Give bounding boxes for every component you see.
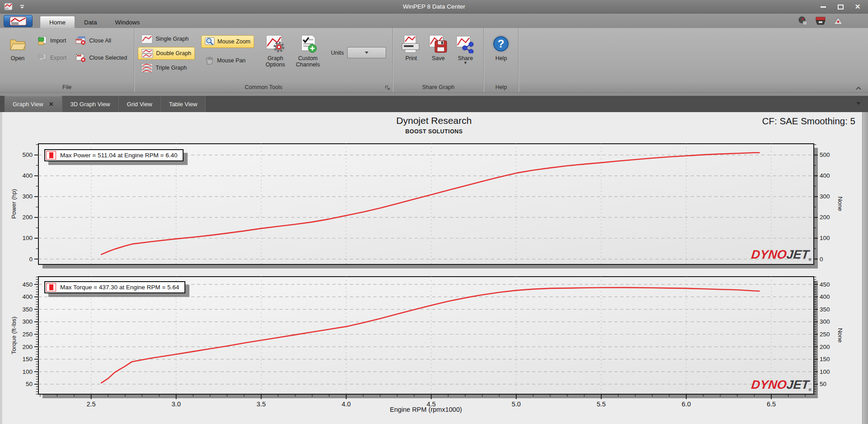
close-button[interactable]: ✕ xyxy=(851,2,864,12)
import-button[interactable]: Import xyxy=(34,34,70,47)
print-button[interactable]: Print xyxy=(398,32,424,61)
maximize-button[interactable] xyxy=(834,2,847,12)
device-gauge-icon[interactable] xyxy=(798,16,808,25)
svg-text:200: 200 xyxy=(22,214,33,221)
tab-home[interactable]: Home xyxy=(40,16,75,28)
svg-text:400: 400 xyxy=(820,172,830,179)
power-series-swatch-icon xyxy=(46,151,56,160)
tab-table-view[interactable]: Table View xyxy=(161,96,206,112)
svg-text:250: 250 xyxy=(22,331,33,338)
warning-triangle-icon[interactable] xyxy=(833,16,843,25)
minimize-icon xyxy=(821,6,826,8)
tab-windows[interactable]: Windows xyxy=(106,16,149,28)
file-group-label: File xyxy=(0,83,134,92)
export-csv-icon xyxy=(38,53,47,62)
mouse-pan-button[interactable]: Mouse Pan xyxy=(201,54,254,67)
svg-text:?: ? xyxy=(498,38,505,50)
help-button[interactable]: ? Help xyxy=(490,32,512,61)
ribbon-group-file: Open Import Export Close All xyxy=(0,28,134,92)
svg-text:200: 200 xyxy=(22,344,33,350)
tab-3d-graph-view[interactable]: 3D Graph View xyxy=(62,96,119,112)
graph-view-content: Dynojet Research BOOST SOLUTIONS CF: SAE… xyxy=(0,112,868,424)
torque-chart-plot[interactable]: 5050100100150150200200250250300300350350… xyxy=(0,271,868,424)
double-graph-button[interactable]: Double Graph xyxy=(138,47,195,60)
save-icon xyxy=(428,33,448,55)
app-window: WinPEP 8 Data Center ✕ Home Data Windows xyxy=(0,0,868,424)
power-chart-plot[interactable]: 00100100200200300300400400500500 xyxy=(0,112,868,271)
mouse-zoom-button[interactable]: Mouse Zoom xyxy=(201,35,254,48)
svg-text:300: 300 xyxy=(22,193,33,200)
ribbon-content-divider xyxy=(0,93,868,96)
dialog-launcher-icon[interactable] xyxy=(385,85,391,91)
svg-text:2.5: 2.5 xyxy=(87,400,96,408)
tab-close-icon[interactable]: ✕ xyxy=(49,101,54,108)
power-y-axis-label: Power (hp) xyxy=(10,189,17,219)
svg-text:100: 100 xyxy=(820,235,830,241)
svg-text:200: 200 xyxy=(820,214,830,221)
double-graph-icon xyxy=(142,49,153,58)
share-icon xyxy=(455,33,476,55)
dyno-device-icon[interactable] xyxy=(815,16,826,25)
open-button[interactable]: Open xyxy=(4,32,32,61)
svg-text:0: 0 xyxy=(29,256,33,263)
export-button: Export xyxy=(34,52,70,64)
tabstrip-menu-icon[interactable] xyxy=(856,102,861,105)
common-tools-group-label: Common Tools xyxy=(134,83,392,92)
ribbon-collapse-icon[interactable] xyxy=(855,86,862,91)
triple-graph-button[interactable]: Triple Graph xyxy=(138,61,195,74)
save-button[interactable]: Share Save xyxy=(426,32,450,61)
torque-right-axis-label: None xyxy=(837,328,844,343)
share-button[interactable]: Share ▼ xyxy=(453,32,478,64)
svg-text:200: 200 xyxy=(820,344,830,350)
vertical-scrollbar[interactable] xyxy=(862,112,868,424)
svg-text:100: 100 xyxy=(820,368,830,375)
svg-text:300: 300 xyxy=(22,318,33,325)
svg-text:450: 450 xyxy=(22,281,33,288)
help-group-label: Help xyxy=(484,83,518,92)
minimize-button[interactable] xyxy=(816,2,830,12)
close-icon: ✕ xyxy=(855,3,861,11)
power-legend[interactable]: Max Power = 511.04 at Engine RPM = 6.40 xyxy=(44,149,184,161)
titlebar: WinPEP 8 Data Center ✕ xyxy=(0,0,868,14)
svg-text:3.0: 3.0 xyxy=(172,400,181,408)
mouse-pan-icon xyxy=(204,56,214,65)
share-graph-group-label: Share Graph xyxy=(393,83,483,92)
x-axis-label: Engine RPM (rpmx1000) xyxy=(390,406,462,413)
winpep-logo-icon xyxy=(9,16,27,26)
ribbon: Open Import Export Close All xyxy=(0,28,868,93)
tab-graph-view[interactable]: Graph View ✕ xyxy=(5,96,62,112)
ribbon-spacer xyxy=(519,28,868,92)
svg-text:100: 100 xyxy=(22,368,33,375)
svg-text:4.0: 4.0 xyxy=(342,400,351,408)
tab-data[interactable]: Data xyxy=(75,16,106,28)
svg-text:6.0: 6.0 xyxy=(682,400,691,408)
dropdown-arrow-icon xyxy=(365,52,368,54)
torque-legend[interactable]: Max Torque = 437.30 at Engine RPM = 5.64 xyxy=(44,281,185,293)
svg-text:500: 500 xyxy=(22,151,33,158)
close-selected-button[interactable]: Close Selected xyxy=(72,52,130,64)
power-legend-text: Max Power = 511.04 at Engine RPM = 6.40 xyxy=(60,152,177,159)
ribbon-group-share-graph: Print Share Save Share ▼ Share G xyxy=(393,28,484,92)
units-dropdown[interactable] xyxy=(347,47,386,58)
svg-text:5.0: 5.0 xyxy=(512,400,521,408)
application-menu-button[interactable] xyxy=(4,15,33,27)
window-title: WinPEP 8 Data Center xyxy=(0,3,868,10)
units-label: Units xyxy=(331,50,344,56)
custom-channels-icon xyxy=(298,33,318,55)
single-graph-button[interactable]: Single Graph xyxy=(138,33,195,45)
custom-channels-button[interactable]: Custom Channels xyxy=(292,32,324,68)
ribbon-group-common-tools: Single Graph Double Graph Triple Graph M… xyxy=(134,28,393,92)
svg-text:400: 400 xyxy=(820,293,830,300)
svg-text:300: 300 xyxy=(820,318,830,325)
help-icon: ? xyxy=(491,33,510,55)
svg-text:5.5: 5.5 xyxy=(597,400,606,408)
view-tabstrip: Graph View ✕ 3D Graph View Grid View Tab… xyxy=(0,96,868,112)
graph-options-button[interactable]: Graph Options xyxy=(261,32,289,68)
svg-text:350: 350 xyxy=(820,306,830,313)
dynojet-watermark: DYNOJET® xyxy=(750,248,812,262)
tab-grid-view[interactable]: Grid View xyxy=(119,96,161,112)
mouse-zoom-icon xyxy=(205,37,215,46)
svg-text:450: 450 xyxy=(820,281,830,288)
close-all-button[interactable]: Close All xyxy=(72,34,130,47)
torque-y-axis-label: Torque (ft-lbs) xyxy=(10,316,17,354)
